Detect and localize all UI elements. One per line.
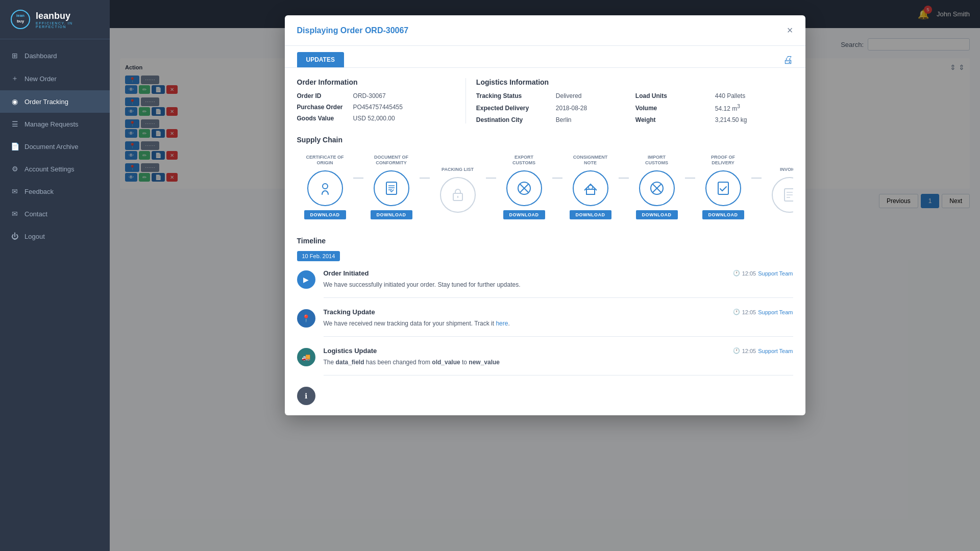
timeline-time: 12:05: [742, 309, 756, 315]
account-settings-icon: ⚙: [10, 165, 19, 173]
sidebar-item-dashboard[interactable]: ⊞ Dashboard: [0, 44, 110, 67]
svg-rect-4: [386, 182, 397, 194]
modal-body: Order Information Order ID ORD-30067 Pur…: [285, 68, 805, 415]
sc-connector: [685, 178, 695, 179]
sc-step-icon: [573, 170, 608, 206]
order-info-grid: Order ID ORD-30067 Purchase Order PO4547…: [297, 92, 455, 122]
manage-requests-icon: ☰: [10, 120, 19, 128]
sidebar-item-label: Document Archive: [24, 143, 79, 151]
expected-delivery-label: Expected Delivery: [476, 105, 548, 112]
main-area: 🔔 5 John Smith Search: Action ⇕ ⇕ 📍⋯⋯👁✏📄…: [110, 0, 980, 551]
tracking-status-value: Delivered: [556, 92, 627, 99]
sidebar-item-order-tracking[interactable]: ◉ Order Tracking: [0, 90, 110, 113]
sc-step-label: DOCUMENT OFCONFORMITY: [374, 152, 408, 166]
svg-text:lean: lean: [16, 13, 24, 18]
svg-rect-13: [586, 189, 595, 194]
old-value-bold: old_value: [432, 359, 460, 366]
sc-step-icon: [506, 170, 542, 206]
tracking-link[interactable]: here: [496, 320, 508, 327]
timeline-event-order-initiated: ▶ Order Initiated 🕐 12:05 Support Team: [297, 269, 793, 298]
destination-city-value: Berlin: [556, 116, 627, 123]
timeline-event-header: Order Initiated 🕐 12:05 Support Team: [324, 269, 793, 277]
sc-step-icon: [374, 170, 409, 206]
modal-overlay: Displaying Order ORD-30067 × UPDATES 🖨 O…: [110, 0, 980, 551]
timeline-event-desc: The data_field has been changed from old…: [324, 358, 793, 367]
sc-connector: [619, 178, 629, 179]
timeline-author-link[interactable]: Support Team: [758, 309, 793, 315]
sc-step-label: INVOICE: [780, 159, 793, 173]
sc-download-button-1[interactable]: DOWNLOAD: [304, 210, 346, 219]
print-icon[interactable]: 🖨: [783, 54, 793, 65]
purchase-order-value: PO454757445455: [353, 104, 455, 111]
sc-step-label: PROOF OFDELIVERY: [711, 152, 735, 166]
order-id-label: Order ID: [297, 92, 343, 99]
goods-value-label: Goods Value: [297, 115, 343, 122]
sc-download-button-5[interactable]: DOWNLOAD: [570, 210, 611, 219]
supply-chain-title: Supply Chain: [297, 136, 793, 144]
sidebar-item-account-settings[interactable]: ⚙ Account Settings: [0, 158, 110, 180]
sc-step-packing-list: PACKING LIST: [430, 159, 486, 213]
sidebar-item-feedback[interactable]: ✉ Feedback: [0, 180, 110, 203]
load-units-label: Load Units: [635, 92, 707, 99]
sc-step-proof-of-delivery: PROOF OFDELIVERY DOWNLOAD: [695, 152, 751, 219]
timeline-event-partial: ℹ: [297, 386, 793, 405]
timeline-section: Timeline 10 Feb. 2014 ▶ Order Initiated …: [297, 237, 793, 405]
timeline-time: 12:05: [742, 348, 756, 354]
sc-download-button-6[interactable]: DOWNLOAD: [636, 210, 678, 219]
timeline-event-content: Tracking Update 🕐 12:05 Support Team We …: [324, 308, 793, 337]
timeline-event-title: Logistics Update: [324, 347, 377, 355]
contact-icon: ✉: [10, 210, 19, 218]
logo-tagline: EFFICIENCY. IN PERFECTION: [36, 21, 100, 29]
sidebar-item-label: Feedback: [24, 188, 54, 195]
sc-step-label: EXPORTCUSTOMS: [512, 152, 535, 166]
sidebar-item-document-archive[interactable]: 📄 Document Archive: [0, 135, 110, 158]
sc-step-invoice: INVOICE: [762, 159, 793, 213]
logistics-update-icon: 🚚: [297, 348, 315, 366]
clock-icon: 🕐: [733, 309, 740, 315]
sc-connector: [353, 178, 363, 179]
sidebar-item-manage-requests[interactable]: ☰ Manage Requests: [0, 113, 110, 135]
sc-step-icon: [307, 170, 343, 206]
order-initiated-icon: ▶: [297, 270, 315, 289]
timeline-event-meta: 🕐 12:05 Support Team: [733, 309, 793, 315]
sc-download-button-7[interactable]: DOWNLOAD: [702, 210, 744, 219]
timeline-event-desc: We have successfully initiated your orde…: [324, 280, 793, 289]
timeline-event-content: Order Initiated 🕐 12:05 Support Team We …: [324, 269, 793, 298]
volume-label: Volume: [635, 105, 707, 112]
sidebar-item-new-order[interactable]: ＋ New Order: [0, 67, 110, 90]
tab-updates[interactable]: UPDATES: [297, 52, 344, 67]
new-value-bold: new_value: [469, 359, 500, 366]
timeline-author-link[interactable]: Support Team: [758, 270, 793, 277]
tracking-update-icon: 📍: [297, 309, 315, 328]
sidebar-item-label: Order Tracking: [24, 98, 68, 106]
timeline-author-link[interactable]: Support Team: [758, 348, 793, 354]
info-divider: [465, 78, 466, 123]
purchase-order-label: Purchase Order: [297, 104, 343, 111]
sc-download-button-4[interactable]: DOWNLOAD: [503, 210, 545, 219]
sc-step-document-of-conformity: DOCUMENT OFCONFORMITY DOWNL: [363, 152, 420, 219]
destination-city-label: Destination City: [476, 116, 548, 123]
modal-close-button[interactable]: ×: [787, 24, 793, 36]
logo: lean buy leanbuy EFFICIENCY. IN PERFECTI…: [0, 0, 110, 39]
logo-name: leanbuy: [36, 11, 100, 21]
sidebar-item-label: Manage Requests: [24, 120, 79, 128]
modal-title-prefix: Displaying Order: [297, 26, 363, 35]
partial-event-icon: ℹ: [297, 387, 315, 405]
sidebar-navigation: ⊞ Dashboard ＋ New Order ◉ Order Tracking…: [0, 39, 110, 551]
goods-value-value: USD 52,000.00: [353, 115, 455, 122]
sidebar-item-logout[interactable]: ⏻ Logout: [0, 225, 110, 247]
data-field-bold: data_field: [336, 359, 364, 366]
timeline-event-desc: We have received new tracking data for y…: [324, 319, 793, 328]
sc-step-export-customs: EXPORTCUSTOMS DOWNLOAD: [496, 152, 552, 219]
sc-connector: [751, 178, 762, 179]
weight-label: Weight: [635, 116, 707, 123]
sc-step-import-customs: IMPORTCUSTOMS DOWNLOAD: [629, 152, 685, 219]
dashboard-icon: ⊞: [10, 52, 19, 60]
clock-icon: 🕐: [733, 347, 740, 354]
sc-step-certificate-of-origin: CERTIFICATE OFORIGIN DOWNLOAD: [297, 152, 353, 219]
sc-download-button-2[interactable]: DOWNLOAD: [371, 210, 412, 219]
order-tracking-icon: ◉: [10, 97, 19, 106]
sc-step-label: CERTIFICATE OFORIGIN: [306, 152, 344, 166]
sidebar-item-contact[interactable]: ✉ Contact: [0, 203, 110, 225]
sc-connector: [486, 178, 496, 179]
